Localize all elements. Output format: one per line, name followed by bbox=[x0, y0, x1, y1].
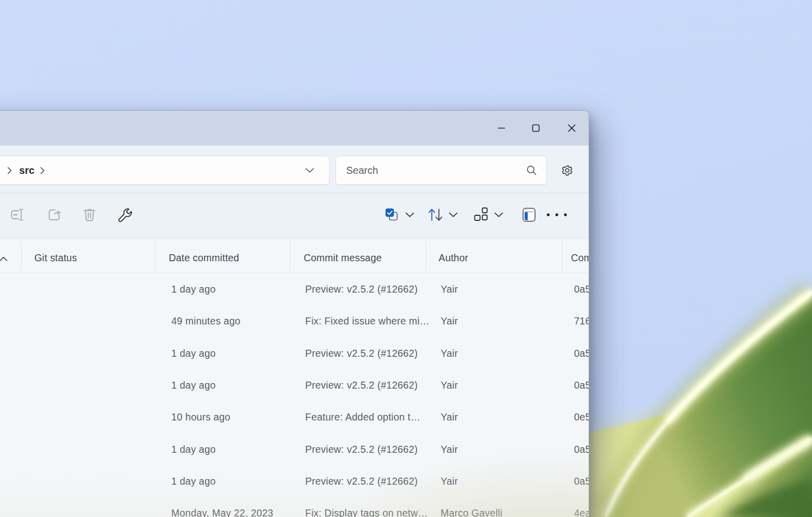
cell-commit-hash: 0e5 bbox=[574, 401, 589, 433]
breadcrumb-item-src[interactable]: src bbox=[19, 165, 34, 176]
search-box[interactable]: Search bbox=[336, 156, 547, 185]
delete-button[interactable] bbox=[75, 204, 104, 226]
gear-icon bbox=[561, 164, 574, 177]
titlebar[interactable] bbox=[0, 111, 589, 146]
column-separator[interactable] bbox=[290, 240, 290, 271]
file-rows: 1 day agoPreview: v2.5.2 (#12662)Yair0a5… bbox=[0, 273, 589, 517]
cell-commit-hash: 0a5 bbox=[574, 338, 589, 369]
file-row[interactable]: 1 day agoPreview: v2.5.2 (#12662)Yair0a5 bbox=[0, 338, 589, 369]
file-row[interactable]: 1 day agoPreview: v2.5.2 (#12662)Yair0a5 bbox=[0, 273, 589, 305]
cell-git-status bbox=[34, 401, 151, 433]
file-row[interactable]: 1 day agoPreview: v2.5.2 (#12662)Yair0a5 bbox=[0, 369, 589, 401]
layout-options-button[interactable] bbox=[465, 204, 505, 226]
search-icon[interactable] bbox=[526, 156, 537, 184]
cell-commit-hash: 0a5 bbox=[574, 273, 589, 305]
breadcrumb-chevron-icon bbox=[6, 166, 13, 175]
header-underline bbox=[0, 272, 589, 273]
file-row[interactable]: Monday, May 22, 2023Fix: Display tags on… bbox=[0, 497, 589, 517]
search-placeholder: Search bbox=[346, 156, 378, 184]
share-icon bbox=[47, 207, 62, 222]
cell-commit-message: Preview: v2.5.2 (#12662) bbox=[305, 273, 431, 305]
open-settings-wrench-button[interactable] bbox=[111, 204, 139, 226]
cell-date-committed: Monday, May 22, 2023 bbox=[171, 497, 285, 517]
cell-commit-hash: 4ea bbox=[574, 497, 589, 517]
cell-date-committed: 10 hours ago bbox=[171, 401, 285, 433]
layout-icon bbox=[465, 206, 505, 223]
cell-git-status bbox=[34, 305, 151, 337]
column-header-commit-hash[interactable]: Commit hash bbox=[571, 243, 589, 272]
address-bar[interactable]: src bbox=[0, 156, 329, 185]
cell-commit-message: Preview: v2.5.2 (#12662) bbox=[305, 433, 431, 465]
rename-icon bbox=[11, 207, 27, 222]
files-app-window: src Search bbox=[0, 110, 589, 517]
address-dropdown-button[interactable] bbox=[299, 156, 321, 184]
cell-author: Yair bbox=[441, 433, 560, 465]
maximize-icon bbox=[532, 124, 540, 132]
wallpaper-bloom-graphic bbox=[556, 243, 812, 517]
cell-commit-message: Preview: v2.5.2 (#12662) bbox=[305, 369, 431, 401]
cell-author: Yair bbox=[441, 369, 560, 401]
column-separator[interactable] bbox=[562, 240, 562, 271]
cell-commit-message: Fix: Display tags on netw… bbox=[305, 497, 431, 517]
file-row[interactable]: 1 day agoPreview: v2.5.2 (#12662)Yair0a5 bbox=[0, 465, 589, 497]
cell-author: Yair bbox=[441, 338, 560, 369]
minimize-button[interactable] bbox=[487, 114, 516, 142]
sort-icon bbox=[420, 206, 459, 223]
cell-date-committed: 1 day ago bbox=[171, 465, 285, 497]
multiselect-icon bbox=[376, 206, 415, 223]
more-options-button[interactable] bbox=[538, 204, 576, 226]
cell-date-committed: 49 minutes ago bbox=[171, 305, 285, 337]
column-header-date-committed[interactable]: Date committed bbox=[169, 243, 285, 272]
maximize-button[interactable] bbox=[521, 114, 550, 142]
cell-author: Yair bbox=[441, 273, 560, 305]
toolbar bbox=[0, 193, 589, 238]
window-chrome: src Search bbox=[0, 146, 589, 238]
sort-ascending-icon bbox=[0, 252, 8, 265]
cell-author: Yair bbox=[441, 465, 560, 497]
cell-commit-hash: 0a5 bbox=[574, 433, 589, 465]
settings-button[interactable] bbox=[553, 156, 581, 185]
cell-git-status bbox=[34, 338, 151, 369]
column-header-author[interactable]: Author bbox=[439, 243, 559, 272]
wrench-icon bbox=[117, 207, 133, 223]
column-header-commit-message[interactable]: Commit message bbox=[304, 243, 427, 272]
column-separator[interactable] bbox=[155, 240, 155, 271]
column-header-git-status[interactable]: Git status bbox=[34, 243, 151, 272]
close-button[interactable] bbox=[557, 114, 586, 142]
file-row[interactable]: 49 minutes agoFix: Fixed issue where mi…… bbox=[0, 305, 589, 337]
cell-date-committed: 1 day ago bbox=[171, 273, 285, 305]
column-separator[interactable] bbox=[21, 240, 22, 271]
list-header: Git status Date committed Commit message… bbox=[0, 238, 589, 272]
chevron-down-icon bbox=[305, 168, 314, 173]
file-row[interactable]: 1 day agoPreview: v2.5.2 (#12662)Yair0a5 bbox=[0, 433, 589, 465]
cell-date-committed: 1 day ago bbox=[171, 369, 285, 401]
sort-options-button[interactable] bbox=[420, 204, 459, 226]
cell-date-committed: 1 day ago bbox=[171, 433, 285, 465]
cell-git-status bbox=[34, 465, 151, 497]
rename-button[interactable] bbox=[5, 204, 33, 226]
cell-commit-hash: 0a5 bbox=[574, 369, 589, 401]
more-dots-icon bbox=[546, 212, 568, 217]
file-list-area: Git status Date committed Commit message… bbox=[0, 238, 589, 517]
breadcrumb: src bbox=[0, 156, 46, 184]
cell-author: Yair bbox=[441, 401, 560, 433]
cell-commit-hash: 0a5 bbox=[574, 465, 589, 497]
cell-git-status bbox=[34, 369, 151, 401]
file-row[interactable]: 10 hours agoFeature: Added option t…Yair… bbox=[0, 401, 589, 433]
cell-commit-message: Fix: Fixed issue where mi… bbox=[305, 305, 431, 337]
share-button[interactable] bbox=[40, 204, 69, 226]
cell-git-status bbox=[34, 497, 151, 517]
cell-git-status bbox=[34, 273, 151, 305]
desktop-wallpaper: src Search bbox=[0, 0, 812, 517]
cell-commit-message: Preview: v2.5.2 (#12662) bbox=[305, 465, 431, 497]
multiselect-toggle-button[interactable] bbox=[376, 204, 415, 226]
cell-date-committed: 1 day ago bbox=[171, 338, 285, 369]
cell-commit-message: Preview: v2.5.2 (#12662) bbox=[305, 338, 431, 369]
address-row: src Search bbox=[0, 146, 589, 193]
preview-pane-icon bbox=[522, 208, 536, 222]
close-icon bbox=[568, 124, 576, 132]
cell-author: Yair bbox=[441, 305, 560, 337]
cell-commit-hash: 716 bbox=[574, 305, 589, 337]
delete-icon bbox=[82, 207, 97, 222]
breadcrumb-chevron-icon[interactable] bbox=[39, 166, 46, 175]
